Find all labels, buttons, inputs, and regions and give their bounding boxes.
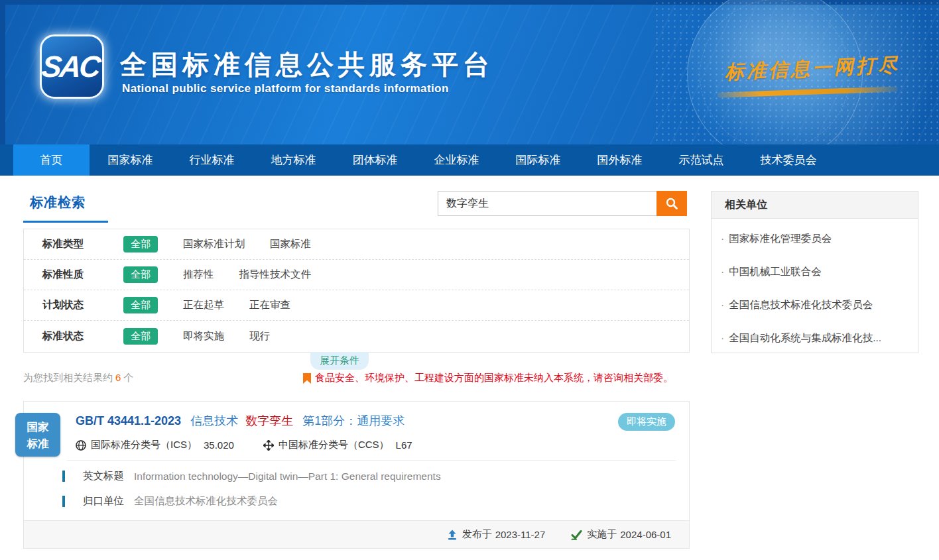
publish-upload-icon — [447, 530, 458, 540]
filter-all-button[interactable]: 全部 — [123, 236, 158, 252]
search-box — [438, 191, 687, 216]
notice-text: 食品安全、环境保护、工程建设方面的国家标准未纳入本系统，请咨询相关部委。 — [303, 372, 673, 384]
sac-logo[interactable]: SAC — [40, 34, 104, 99]
filter-all-button[interactable]: 全部 — [123, 328, 158, 345]
standard-title-part[interactable]: 第1部分：通用要求 — [302, 414, 405, 427]
related-unit-link[interactable]: ·全国信息技术标准化技术委员会 — [721, 288, 907, 321]
divider — [67, 460, 676, 461]
ics-label: 国际标准分类号（ICS） — [91, 439, 197, 451]
standard-title-part[interactable]: 信息技术 — [190, 414, 238, 427]
related-units-list: ·国家标准化管理委员会 ·中国机械工业联合会 ·全国信息技术标准化技术委员会 ·… — [712, 219, 918, 355]
detail-value: 全国信息技术标准化技术委员会 — [134, 494, 278, 508]
site-header: SAC 全国标准信息公共服务平台 National public service… — [0, 0, 939, 144]
implemented-date-item: 实施于 2024-06-01 — [571, 528, 674, 541]
standard-code[interactable]: GB/T 43441.1-2023 — [76, 414, 181, 427]
implement-check-icon — [571, 530, 582, 540]
bookmark-icon — [303, 373, 311, 384]
main-navigation: 首页 国家标准 行业标准 地方标准 团体标准 企业标准 国际标准 国外标准 示范… — [0, 144, 939, 176]
page-title: 标准检索 — [23, 192, 108, 223]
results-count-number: 6 — [115, 372, 121, 383]
filter-label: 标准性质 — [42, 268, 103, 282]
standard-result-card: 国家 标准 即将实施 GB/T 43441.1-2023 信息技术 数字孪生 第… — [23, 401, 690, 549]
site-subtitle: National public service platform for sta… — [122, 82, 449, 95]
results-summary-row: 为您找到相关结果约6个 食品安全、环境保护、工程建设方面的国家标准未纳入本系统，… — [23, 372, 690, 384]
globe-icon — [76, 440, 86, 451]
filter-all-button[interactable]: 全部 — [123, 266, 158, 283]
nav-tab-group-standards[interactable]: 团体标准 — [334, 144, 416, 176]
standard-title[interactable]: GB/T 43441.1-2023 信息技术 数字孪生 第1部分：通用要求 — [76, 413, 676, 429]
page: SAC 全国标准信息公共服务平台 National public service… — [0, 0, 939, 560]
filter-panel: 标准类型 全部 国家标准计划 国家标准 标准性质 全部 推荐性 指导性技术文件 … — [23, 229, 690, 353]
filter-option[interactable]: 正在起草 — [183, 298, 224, 312]
site-title: 全国标准信息公共服务平台 — [120, 46, 494, 83]
bullet: · — [721, 332, 724, 343]
ccs-value: L67 — [396, 439, 412, 451]
committee-row: 归口单位 全国信息技术标准化技术委员会 — [62, 494, 676, 508]
nav-tab-pilot-demonstration[interactable]: 示范试点 — [660, 144, 742, 176]
detail-value: Information technology—Digital twin—Part… — [134, 471, 441, 482]
filter-all-button[interactable]: 全部 — [123, 297, 158, 313]
filter-option[interactable]: 正在审查 — [249, 298, 290, 312]
filter-option[interactable]: 即将实施 — [183, 329, 224, 343]
related-unit-link[interactable]: ·全国自动化系统与集成标准化技... — [721, 321, 907, 355]
filter-label: 标准类型 — [42, 237, 103, 251]
row-accent-bar — [62, 471, 65, 482]
expand-conditions-button[interactable]: 展开条件 — [310, 352, 369, 370]
filter-label: 标准状态 — [42, 329, 103, 343]
filter-row-standard-status: 标准状态 全部 即将实施 现行 — [24, 321, 689, 351]
related-unit-link[interactable]: ·中国机械工业联合会 — [721, 255, 907, 288]
card-main: GB/T 43441.1-2023 信息技术 数字孪生 第1部分：通用要求 国际… — [24, 402, 689, 508]
ccs-label: 中国标准分类号（CCS） — [279, 439, 389, 451]
nav-tab-international-standards[interactable]: 国际标准 — [497, 144, 579, 176]
standard-type-badge: 国家 标准 — [15, 413, 60, 457]
published-date: 2023-11-27 — [495, 529, 546, 540]
classification-row: 国际标准分类号（ICS） 35.020 中国标准分类号（CCS） L67 — [76, 439, 676, 451]
detail-label: 归口单位 — [83, 494, 124, 508]
row-accent-bar — [62, 496, 65, 507]
related-unit-link[interactable]: ·国家标准化管理委员会 — [721, 222, 907, 255]
filter-option[interactable]: 国家标准计划 — [183, 237, 245, 251]
results-count-text: 为您找到相关结果约6个 — [23, 372, 133, 384]
ics-value: 35.020 — [204, 439, 234, 451]
standard-title-highlight[interactable]: 数字孪生 — [245, 414, 293, 427]
sac-logo-text: SAC — [40, 50, 103, 84]
search-icon — [665, 197, 678, 210]
related-units-panel: 相关单位 ·国家标准化管理委员会 ·中国机械工业联合会 ·全国信息技术标准化技术… — [711, 191, 918, 353]
detail-label: 英文标题 — [83, 469, 124, 483]
english-title-row: 英文标题 Information technology—Digital twin… — [62, 469, 676, 483]
ccs-compass-icon — [263, 440, 274, 451]
filter-option[interactable]: 推荐性 — [183, 268, 214, 282]
published-date-item: 发布于 2023-11-27 — [447, 528, 549, 541]
filter-row-standard-type: 标准类型 全部 国家标准计划 国家标准 — [24, 229, 689, 260]
nav-tab-foreign-standards[interactable]: 国外标准 — [579, 144, 660, 176]
filter-option[interactable]: 现行 — [249, 329, 270, 343]
nav-tab-home[interactable]: 首页 — [13, 144, 90, 176]
nav-tab-national-standards[interactable]: 国家标准 — [90, 144, 171, 176]
bullet: · — [721, 266, 724, 277]
implemented-date: 2024-06-01 — [620, 529, 671, 540]
filter-row-standard-nature: 标准性质 全部 推荐性 指导性技术文件 — [24, 260, 689, 290]
nav-tab-local-standards[interactable]: 地方标准 — [253, 144, 334, 176]
nav-tab-technical-committees[interactable]: 技术委员会 — [742, 144, 835, 176]
filter-label: 计划状态 — [42, 298, 103, 312]
filter-row-plan-status: 计划状态 全部 正在起草 正在审查 — [24, 290, 689, 321]
related-units-title: 相关单位 — [712, 192, 918, 219]
nav-tab-industry-standards[interactable]: 行业标准 — [171, 144, 253, 176]
filter-option[interactable]: 指导性技术文件 — [239, 268, 312, 282]
search-input[interactable] — [438, 191, 657, 216]
bullet: · — [721, 233, 724, 244]
bullet: · — [721, 299, 724, 310]
card-footer: 发布于 2023-11-27 实施于 2024-06-01 — [24, 520, 689, 548]
status-badge: 即将实施 — [618, 413, 675, 431]
search-button[interactable] — [657, 191, 687, 216]
filter-option[interactable]: 国家标准 — [270, 237, 311, 251]
nav-tab-enterprise-standards[interactable]: 企业标准 — [416, 144, 497, 176]
